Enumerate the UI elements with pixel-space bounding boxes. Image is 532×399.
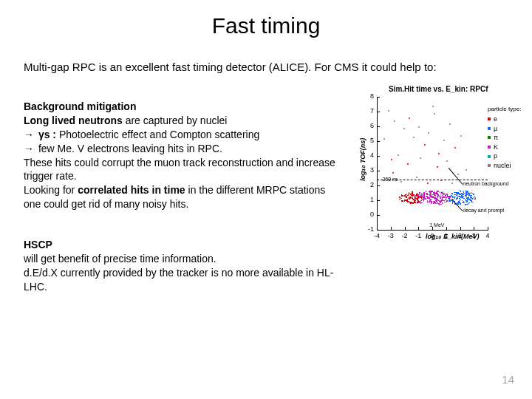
data-point — [443, 140, 445, 141]
y-axis-label: log₁₀ TOF(ns) — [359, 138, 366, 181]
data-point — [449, 123, 451, 125]
legend-item: nuclei — [488, 161, 525, 171]
data-point — [388, 110, 389, 112]
data-point — [454, 147, 456, 149]
legend-swatch-icon — [488, 127, 491, 130]
body-text: Background mitigation Long lived neutron… — [24, 100, 341, 294]
hscp-line-1: will get benefit of precise time informa… — [24, 252, 341, 266]
data-point — [416, 177, 417, 178]
legend-item: p — [488, 151, 525, 161]
bg-l2-em: γs : — [38, 129, 56, 140]
data-point — [437, 166, 438, 168]
y-tick-label: 3 — [365, 166, 374, 174]
legend-swatch-icon — [488, 117, 491, 120]
legend-label: μ — [494, 124, 497, 134]
plot-annotation: 1 MeV — [429, 222, 444, 228]
plot-legend: particle type: eμπKpnuclei — [488, 106, 525, 171]
plot-annotation: 250 ns — [383, 177, 398, 182]
data-point — [432, 106, 434, 107]
bg-line-1: Long lived neutrons are captured by nucl… — [24, 114, 341, 128]
x-tick-label: 3 — [468, 232, 479, 239]
y-tick-label: 1 — [365, 196, 374, 203]
legend-label: nuclei — [494, 161, 511, 171]
legend-label: K — [494, 143, 498, 152]
slide-title: Fast timing — [0, 13, 532, 38]
bg-l5-em: correlated hits in time — [78, 184, 185, 196]
legend-swatch-icon — [488, 136, 491, 139]
plot-title: Sim.Hit time vs. E_kin: RPCf — [389, 85, 488, 93]
hscp-line-2: d.E/d.X currently provided by the tracke… — [24, 266, 341, 294]
data-point — [424, 144, 426, 146]
plot-annotation: neutron background — [463, 181, 508, 186]
hscp-heading: HSCP — [24, 238, 341, 252]
bg-heading: Background mitigation — [24, 100, 341, 114]
x-tick-label: -2 — [400, 232, 410, 239]
x-tick-label: -3 — [386, 232, 396, 239]
page-number: 14 — [502, 373, 514, 386]
y-tick-label: 0 — [365, 211, 374, 218]
data-point — [434, 113, 435, 115]
y-tick-label: 7 — [365, 107, 374, 115]
y-tick-label: 4 — [365, 151, 374, 159]
bg-line-2: → γs : Photoelectric effect and Compton … — [24, 128, 341, 142]
arrow-icon: → — [24, 143, 34, 154]
bg-l1-em: Long lived neutrons — [24, 115, 123, 126]
data-point — [427, 183, 429, 184]
data-point — [446, 160, 448, 162]
legend-swatch-icon — [488, 164, 491, 167]
legend-item: K — [488, 143, 525, 152]
x-tick-label: -4 — [372, 232, 382, 239]
legend-item: μ — [488, 124, 525, 134]
legend-label: p — [494, 151, 497, 161]
legend-label: e — [494, 115, 497, 124]
bg-line-4: These hits could corrupt the muon track … — [24, 156, 341, 184]
data-point — [391, 159, 392, 160]
data-point — [394, 120, 395, 122]
x-tick-label: -1 — [413, 232, 423, 239]
legend-swatch-icon — [488, 146, 491, 149]
plot-annotation: decay and prompt — [463, 208, 504, 213]
legend-swatch-icon — [488, 155, 491, 158]
data-point — [460, 135, 462, 137]
y-tick-label: 8 — [365, 92, 374, 100]
x-tick-label: 4 — [482, 232, 493, 239]
bg-line-3: → few Me. V electrons leaving hits in RP… — [24, 142, 341, 156]
data-point — [457, 174, 459, 175]
legend-title: particle type: — [488, 106, 525, 112]
x-tick-label: 0 — [427, 232, 437, 239]
y-tick-label: 2 — [365, 181, 374, 188]
data-point — [403, 128, 405, 129]
y-tick-label: 6 — [365, 122, 374, 129]
scatter-plot: Sim.Hit time vs. E_kin: RPCf log₁₀ TOF(n… — [346, 85, 526, 255]
intro-text: Multi-gap RPC is an excellent fast timin… — [24, 61, 508, 73]
x-tick-label: 1 — [441, 232, 451, 239]
x-tick-label: 2 — [455, 232, 466, 239]
legend-label: π — [494, 133, 498, 143]
data-point — [466, 169, 467, 171]
legend-item: π — [488, 133, 525, 143]
arrow-icon: → — [24, 129, 34, 140]
y-tick-label: 5 — [365, 137, 374, 144]
legend-item: e — [488, 115, 525, 124]
bg-line-5: Looking for correlated hits in time in t… — [24, 183, 341, 211]
data-point — [400, 181, 402, 183]
data-point — [438, 153, 440, 154]
data-point — [413, 137, 415, 138]
data-point — [392, 172, 394, 174]
